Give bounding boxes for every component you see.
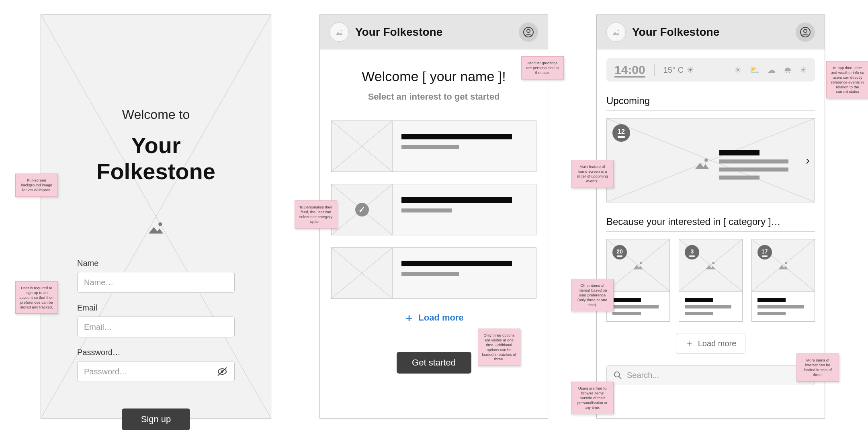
sticky-note: More items of interest can be loaded in … <box>796 353 839 382</box>
date-badge: 12 <box>612 124 630 142</box>
signup-form: Name Name… Email Email… Password… Passwo… <box>77 259 235 430</box>
header: Your Folkestone <box>320 15 548 49</box>
svg-marker-13 <box>695 163 709 169</box>
select-interest-subtitle: Select an interest to get started <box>368 92 500 102</box>
tile[interactable]: 20 <box>606 239 670 322</box>
user-avatar-button[interactable] <box>796 22 815 42</box>
logo-placeholder <box>330 22 349 42</box>
user-avatar-button[interactable] <box>519 22 538 42</box>
name-label: Name <box>77 259 235 268</box>
eye-off-icon[interactable] <box>217 367 228 376</box>
svg-marker-0 <box>149 227 163 233</box>
svg-marker-9 <box>612 32 620 35</box>
load-more-button[interactable]: ＋ Load more <box>676 333 746 354</box>
header-title: Your Folkestone <box>355 26 442 39</box>
password-input[interactable]: Password… <box>77 361 235 382</box>
svg-marker-19 <box>778 265 788 269</box>
svg-marker-15 <box>633 265 643 269</box>
name-input[interactable]: Name… <box>77 272 235 293</box>
image-icon <box>693 157 711 172</box>
interest-card[interactable] <box>331 121 536 172</box>
svg-point-20 <box>785 262 787 264</box>
email-input[interactable]: Email… <box>77 317 235 337</box>
search-placeholder: Search... <box>627 371 659 380</box>
date-badge: 17 <box>757 245 772 259</box>
search-icon <box>613 371 622 380</box>
status-time: 14:00 <box>614 63 645 77</box>
sticky-note: Full-screen background image for visual … <box>15 174 58 197</box>
email-label: Email <box>77 303 235 312</box>
sticky-note: Product greetings are personalised to th… <box>521 56 564 80</box>
header: Your Folkestone <box>597 15 825 49</box>
hero-text <box>719 150 792 180</box>
sticky-note: Only three options are visible at one ti… <box>478 329 520 366</box>
date-badge: 3 <box>685 245 699 259</box>
search-input[interactable]: Search... <box>606 365 815 385</box>
signup-frame: Welcome to Your Folkestone Name Name… Em… <box>41 14 271 419</box>
svg-point-16 <box>640 262 642 264</box>
header-title: Your Folkestone <box>632 26 719 39</box>
svg-marker-17 <box>706 265 715 269</box>
svg-marker-5 <box>336 32 343 35</box>
interest-thumb-selected <box>332 184 393 235</box>
image-icon <box>632 261 644 270</box>
sticky-note: Users are free to browse items outside o… <box>571 382 614 414</box>
upcoming-title: Upcoming <box>606 95 815 106</box>
password-label: Password… <box>77 348 235 357</box>
svg-point-6 <box>341 29 342 31</box>
logo-placeholder <box>606 22 626 42</box>
weather-partly-cloudy-icon: ⛅ <box>749 65 760 75</box>
svg-point-14 <box>704 158 708 162</box>
weather-sun-icon: ☀ <box>800 65 807 75</box>
get-started-button[interactable]: Get started <box>397 352 471 374</box>
weather-cloud-icon: ☁ <box>768 65 776 75</box>
status-bar: 14:00 15° C ☀ ☀ ⛅ ☁ 🌧 ☀ <box>606 58 815 82</box>
image-icon <box>704 261 717 270</box>
load-more-label: Load more <box>698 339 737 348</box>
chevron-right-icon[interactable]: › <box>806 153 810 167</box>
app-title: Your Folkestone <box>77 132 235 184</box>
interest-card[interactable] <box>331 247 536 299</box>
date-badge: 20 <box>612 245 627 259</box>
weather-sun-icon: ☀ <box>734 65 741 75</box>
forecast-row: ☀ ⛅ ☁ 🌧 ☀ <box>734 65 807 75</box>
tile[interactable]: 3 <box>679 239 742 322</box>
load-more-button[interactable]: ＋ Load more <box>404 312 463 323</box>
svg-point-12 <box>804 29 807 33</box>
sticky-note: In-app time, date and weather info so us… <box>826 61 868 98</box>
sun-icon: ☀ <box>687 65 694 75</box>
svg-line-22 <box>619 376 621 379</box>
interest-thumb <box>332 121 393 172</box>
tile[interactable]: 17 <box>751 239 815 322</box>
weather-rain-icon: 🌧 <box>784 65 792 75</box>
sticky-note: Main feature of home screen is a slider … <box>571 160 614 188</box>
name-placeholder: Name… <box>84 278 113 287</box>
svg-point-8 <box>527 29 530 33</box>
image-icon <box>147 221 165 237</box>
svg-point-18 <box>712 262 715 264</box>
sticky-note: To personalise their feed, the user can … <box>295 200 337 229</box>
signup-button[interactable]: Sign up <box>122 408 190 430</box>
interest-tiles: 20 3 <box>606 239 815 322</box>
status-temp: 15° C ☀ <box>663 65 694 75</box>
email-placeholder: Email… <box>84 323 112 332</box>
home-frame: Your Folkestone 14:00 15° C ☀ ☀ ⛅ ☁ 🌧 ☀ … <box>596 14 825 419</box>
image-icon <box>777 261 789 270</box>
sticky-note: Other items of interest based on user pr… <box>571 279 614 311</box>
welcome-label: Welcome to <box>122 107 190 122</box>
svg-point-1 <box>158 223 162 226</box>
welcome-user: Welcome [ your name ]! <box>362 69 506 84</box>
sticky-note: User is required to sign-up to an accoun… <box>15 281 58 314</box>
interest-thumb <box>332 248 393 298</box>
svg-point-21 <box>614 372 620 377</box>
password-placeholder: Password… <box>84 367 127 376</box>
load-more-label: Load more <box>418 312 463 323</box>
upcoming-hero-card[interactable]: 12 › <box>606 118 815 202</box>
plus-icon: ＋ <box>685 337 694 349</box>
interest-card-selected[interactable] <box>331 184 536 235</box>
interest-list <box>331 121 536 299</box>
plus-icon: ＋ <box>404 312 414 323</box>
because-title: Because your interested in [ category ]… <box>606 216 815 227</box>
svg-point-10 <box>618 29 619 31</box>
